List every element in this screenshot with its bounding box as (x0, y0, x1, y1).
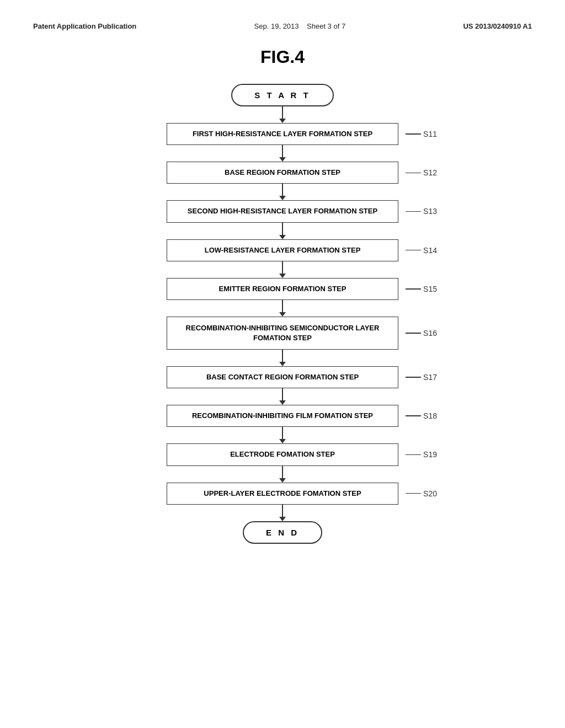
arrow-7 (279, 388, 286, 405)
box-s20: UPPER-LAYER ELECTRODE FOMATION STEP (167, 483, 398, 505)
step-row-s16: RECOMBINATION-INHIBITING SEMICONDUCTOR L… (128, 317, 437, 350)
box-s11: FIRST HIGH-RESISTANCE LAYER FORMATION ST… (167, 123, 398, 145)
arrow-3 (279, 223, 286, 239)
end-oval: E N D (243, 521, 322, 544)
step-row-s11: FIRST HIGH-RESISTANCE LAYER FORMATION ST… (128, 123, 437, 145)
header-publication-label: Patent Application Publication (33, 22, 136, 30)
step-row-s18: RECOMBINATION-INHIBITING FILM FOMATION S… (128, 405, 437, 427)
box-s14: LOW-RESISTANCE LAYER FORMATION STEP (167, 239, 398, 261)
arrow-5 (279, 300, 286, 317)
box-s19: ELECTRODE FOMATION STEP (167, 443, 398, 465)
flowchart: S T A R T FIRST HIGH-RESISTANCE LAYER FO… (33, 84, 532, 544)
box-s15: EMITTER REGION FORMATION STEP (167, 278, 398, 300)
box-s17: BASE CONTACT REGION FORMATION STEP (167, 366, 398, 388)
step-label-s14: S14 (406, 246, 437, 255)
step-row-s12: BASE REGION FORMATION STEP S12 (128, 162, 437, 184)
step-row-s17: BASE CONTACT REGION FORMATION STEP S17 (128, 366, 437, 388)
step-label-s13: S13 (406, 207, 437, 216)
step-label-s19: S19 (406, 450, 437, 459)
step-row-s20: UPPER-LAYER ELECTRODE FOMATION STEP S20 (128, 483, 437, 505)
arrow-4 (279, 261, 286, 278)
step-row-s15: EMITTER REGION FORMATION STEP S15 (128, 278, 437, 300)
box-s13: SECOND HIGH-RESISTANCE LAYER FORMATION S… (167, 200, 398, 222)
box-s12: BASE REGION FORMATION STEP (167, 162, 398, 184)
figure-title: FIG.4 (33, 47, 532, 67)
step-row-s13: SECOND HIGH-RESISTANCE LAYER FORMATION S… (128, 200, 437, 222)
arrow-8 (279, 427, 286, 443)
arrow-1 (279, 145, 286, 162)
step-label-s15: S15 (406, 285, 437, 293)
arrow-6 (279, 350, 286, 366)
step-row-s14: LOW-RESISTANCE LAYER FORMATION STEP S14 (128, 239, 437, 261)
step-label-s16: S16 (406, 329, 437, 338)
box-s16-text: RECOMBINATION-INHIBITING SEMICONDUCTOR L… (186, 323, 380, 343)
arrow-9 (279, 466, 286, 483)
page: Patent Application Publication Sep. 19, … (0, 0, 565, 728)
step-label-s20: S20 (406, 489, 437, 498)
header: Patent Application Publication Sep. 19, … (33, 22, 532, 30)
step-label-s17: S17 (406, 373, 437, 382)
box-s16: RECOMBINATION-INHIBITING SEMICONDUCTOR L… (167, 317, 398, 350)
header-date: Sep. 19, 2013 (254, 22, 299, 30)
header-patent-number: US 2013/0240910 A1 (463, 22, 532, 30)
step-label-s11: S11 (406, 130, 437, 138)
step-row-s19: ELECTRODE FOMATION STEP S19 (128, 443, 437, 465)
start-oval: S T A R T (231, 84, 334, 106)
box-s18: RECOMBINATION-INHIBITING FILM FOMATION S… (167, 405, 398, 427)
header-date-sheet: Sep. 19, 2013 Sheet 3 of 7 (254, 22, 346, 30)
arrow-10 (279, 505, 286, 521)
arrow-0 (279, 106, 286, 123)
header-sheet: Sheet 3 of 7 (307, 22, 345, 30)
arrow-2 (279, 184, 286, 200)
step-label-s12: S12 (406, 168, 437, 177)
step-label-s18: S18 (406, 411, 437, 420)
